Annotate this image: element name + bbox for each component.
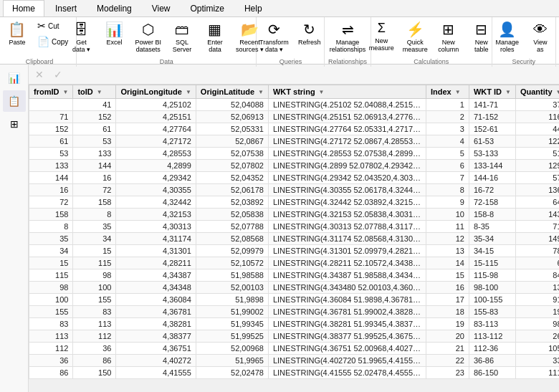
copy-icon: 📄 bbox=[37, 36, 49, 48]
col-header-fromid[interactable]: fromID ▼ bbox=[29, 85, 73, 99]
cell-wkt: LINESTRING(4.25102 52.04088,4.25151 52.0… bbox=[268, 99, 426, 111]
cell-wkt: LINESTRING(4.36751 52.00968,4.40272 51.9… bbox=[268, 343, 426, 355]
cell-wktid: 98-100 bbox=[469, 282, 515, 294]
cell-originlon: 4,29342 bbox=[116, 172, 196, 184]
cell-qty: 78 bbox=[515, 245, 559, 257]
cell-originlon: 4,25102 bbox=[116, 99, 196, 111]
cell-originlon: 4,30355 bbox=[116, 184, 196, 196]
manage-roles-button[interactable]: 👤 Manageroles bbox=[492, 19, 523, 55]
cell-fromid: 8 bbox=[29, 221, 73, 233]
new-measure-button[interactable]: Σ Newmeasure bbox=[366, 19, 398, 54]
tab-home[interactable]: Home bbox=[3, 0, 44, 16]
table-row[interactable]: 98 100 4,34348 52,00103 LINESTRING(4.343… bbox=[29, 282, 560, 294]
ribbon-tabs: Home Insert Modeling View Optimize Help bbox=[0, 0, 559, 17]
cell-wkt: LINESTRING(4.30355 52.06178,4.32442 52.0… bbox=[268, 184, 426, 196]
cell-originlat: 52,06178 bbox=[196, 184, 268, 196]
quick-measure-button[interactable]: ⚡ Quickmeasure bbox=[399, 19, 431, 55]
enter-data-icon: ▦ bbox=[208, 21, 221, 38]
refresh-button[interactable]: ↻ Refresh bbox=[294, 19, 325, 48]
get-data-button[interactable]: 🗄 Getdata ▾ bbox=[65, 19, 97, 55]
table-row[interactable]: 61 53 4,27172 52,0867 LINESTRING(4.27172… bbox=[29, 135, 560, 148]
table-row[interactable]: 72 158 4,32442 52,03892 LINESTRING(4.324… bbox=[29, 196, 560, 209]
cell-qty: 33 bbox=[515, 355, 559, 367]
table-row[interactable]: 115 98 4,34387 51,98588 LINESTRING(4.343… bbox=[29, 269, 560, 282]
tab-view[interactable]: View bbox=[143, 0, 180, 16]
close-button[interactable]: ✕ bbox=[32, 67, 47, 82]
table-row[interactable]: 41 4,25102 52,04088 LINESTRING(4.25102 5… bbox=[29, 99, 560, 111]
col-header-index[interactable]: Index ▼ bbox=[426, 85, 469, 99]
view-as-button[interactable]: 👁 Viewas bbox=[525, 19, 556, 55]
cell-wkt: LINESTRING(4.41555 52.02478,4.45556 51.9… bbox=[268, 367, 426, 379]
table-row[interactable]: 158 8 4,32153 52,05838 LINESTRING(4.3215… bbox=[29, 209, 560, 221]
cell-fromid: 53 bbox=[29, 148, 73, 160]
cell-fromid: 155 bbox=[29, 306, 73, 318]
tab-modeling[interactable]: Modeling bbox=[87, 0, 141, 16]
cell-index: 18 bbox=[426, 306, 469, 318]
transform-icon: ⟳ bbox=[268, 21, 280, 38]
sql-server-button[interactable]: 🗃 SQLServer bbox=[166, 19, 198, 55]
cell-qty: 64 bbox=[515, 196, 559, 209]
table-row[interactable]: 71 152 4,25151 52,06913 LINESTRING(4.251… bbox=[29, 111, 560, 123]
cell-originlat: 51,9898 bbox=[196, 294, 268, 306]
sql-label: SQLServer bbox=[173, 39, 192, 53]
new-measure-icon: Σ bbox=[378, 21, 386, 37]
enter-data-button[interactable]: ▦ Enterdata bbox=[199, 19, 231, 55]
cell-wkt: LINESTRING(4.402720 51.9965,4.41555 52.0… bbox=[268, 355, 426, 367]
power-bi-label: Power BIdatasets bbox=[135, 39, 161, 53]
col-header-wktid[interactable]: WKT ID ▼ bbox=[469, 85, 515, 99]
cell-wktid: 35-34 bbox=[469, 233, 515, 245]
table-row[interactable]: 152 61 4,27764 52,05331 LINESTRING(4.277… bbox=[29, 123, 560, 135]
new-column-button[interactable]: ⊞ Newcolumn bbox=[433, 19, 464, 55]
table-row[interactable]: 155 83 4,36781 51,99002 LINESTRING(4.367… bbox=[29, 306, 560, 318]
cell-wkt: LINESTRING(4.38281 51.99345,4.38377 51.9… bbox=[268, 318, 426, 330]
table-row[interactable]: 15 115 4,28211 52,10572 LINESTRING(4.282… bbox=[29, 257, 560, 269]
table-row[interactable]: 8 35 4,30313 52,07788 LINESTRING(4.30313… bbox=[29, 221, 560, 233]
table-row[interactable]: 16 72 4,30355 52,06178 LINESTRING(4.3035… bbox=[29, 184, 560, 196]
manage-relationships-button[interactable]: ⇌ Managerelationships bbox=[326, 19, 370, 55]
cell-wktid: 83-113 bbox=[469, 318, 515, 330]
table-row[interactable]: 34 15 4,31301 52,09979 LINESTRING(4.3130… bbox=[29, 245, 560, 257]
cell-fromid: 133 bbox=[29, 160, 73, 172]
table-row[interactable]: 112 36 4,36751 52,00968 LINESTRING(4.367… bbox=[29, 343, 560, 355]
tab-insert[interactable]: Insert bbox=[46, 0, 86, 16]
nav-model-btn[interactable]: ⊞ bbox=[3, 113, 26, 135]
quick-measure-icon: ⚡ bbox=[406, 21, 424, 38]
tab-optimize[interactable]: Optimize bbox=[181, 0, 234, 16]
refresh-icon: ↻ bbox=[303, 21, 315, 38]
cell-index: 2 bbox=[426, 111, 469, 123]
nav-data-btn[interactable]: 📋 bbox=[3, 90, 26, 112]
table-area: ✕ ✓ fromID ▼ bbox=[29, 64, 559, 392]
col-header-originlon[interactable]: OriginLongitude ▼ bbox=[116, 85, 196, 99]
cell-qty: 13 bbox=[515, 282, 559, 294]
table-row[interactable]: 133 144 4,2899 52,07802 LINESTRING(4.289… bbox=[29, 160, 560, 172]
cell-index: 21 bbox=[426, 343, 469, 355]
cell-qty: 111 bbox=[515, 367, 559, 379]
col-header-wkt[interactable]: WKT string ▼ bbox=[268, 85, 426, 99]
confirm-button[interactable]: ✓ bbox=[50, 67, 66, 82]
cell-toid: 115 bbox=[73, 257, 116, 269]
ribbon: Home Insert Modeling View Optimize Help … bbox=[0, 0, 559, 64]
data-table-wrap[interactable]: fromID ▼ toID ▼ bbox=[29, 85, 559, 392]
table-row[interactable]: 83 113 4,38281 51,99345 LINESTRING(4.382… bbox=[29, 318, 560, 330]
power-bi-datasets-button[interactable]: ⬡ Power BIdatasets bbox=[131, 19, 165, 55]
table-row[interactable]: 113 112 4,38377 51,99525 LINESTRING(4.38… bbox=[29, 330, 560, 343]
table-row[interactable]: 36 86 4,40272 51,9965 LINESTRING(4.40272… bbox=[29, 355, 560, 367]
table-row[interactable]: 100 155 4,36084 51,9898 LINESTRING(4.360… bbox=[29, 294, 560, 306]
cell-index: 5 bbox=[426, 148, 469, 160]
table-row[interactable]: 144 16 4,29342 52,04352 LINESTRING(4.293… bbox=[29, 172, 560, 184]
transform-button[interactable]: ⟳ Transformdata ▾ bbox=[256, 19, 292, 55]
cell-originlat: 52,00968 bbox=[196, 343, 268, 355]
paste-button[interactable]: 📋 Paste bbox=[1, 19, 33, 48]
tab-help[interactable]: Help bbox=[235, 0, 272, 16]
excel-button[interactable]: 📊 Excel bbox=[98, 19, 130, 48]
cell-toid: 61 bbox=[73, 123, 116, 135]
table-row[interactable]: 86 150 4,41555 52,02478 LINESTRING(4.415… bbox=[29, 367, 560, 379]
nav-report-btn[interactable]: 📊 bbox=[3, 67, 26, 89]
col-header-originlat[interactable]: OriginLatitude ▼ bbox=[196, 85, 268, 99]
table-row[interactable]: 53 133 4,28553 52,07538 LINESTRING(4.285… bbox=[29, 148, 560, 160]
cell-wkt: LINESTRING(4.32442 52.03892,4.32153 52.0… bbox=[268, 196, 426, 209]
col-header-qty[interactable]: Quantity ▼ bbox=[515, 85, 559, 99]
security-group-label: Security bbox=[492, 58, 555, 65]
table-row[interactable]: 35 34 4,31174 52,08568 LINESTRING(4.3117… bbox=[29, 233, 560, 245]
col-header-toid[interactable]: toID ▼ bbox=[73, 85, 116, 99]
